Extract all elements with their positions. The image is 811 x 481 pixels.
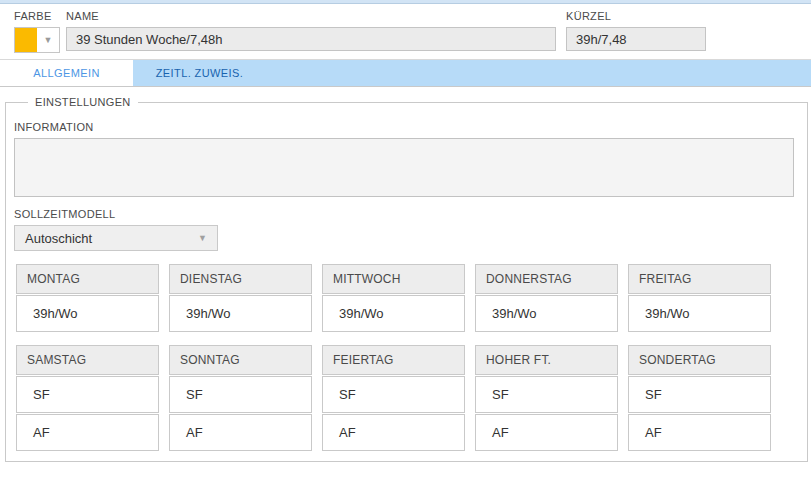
day-card-sf-value[interactable]: SF bbox=[169, 376, 312, 413]
day-card-sf-value[interactable]: SF bbox=[322, 376, 465, 413]
day-card-header: SONNTAG bbox=[169, 345, 312, 375]
day-card-value[interactable]: 39h/Wo bbox=[169, 295, 312, 332]
farbe-label: FARBE bbox=[14, 10, 60, 22]
day-card-sf-value[interactable]: SF bbox=[628, 376, 771, 413]
day-card-value[interactable]: 39h/Wo bbox=[628, 295, 771, 332]
day-card-header: SAMSTAG bbox=[16, 345, 159, 375]
header-row: FARBE ▼ NAME KÜRZEL bbox=[0, 4, 811, 59]
weekday-cards-row: MONTAG 39h/Wo DIENSTAG 39h/Wo MITTWOCH 3… bbox=[14, 264, 795, 332]
day-card-value[interactable]: 39h/Wo bbox=[16, 295, 159, 332]
day-card-sondertag: SONDERTAG SF AF bbox=[628, 345, 771, 451]
day-card-af-value[interactable]: AF bbox=[475, 414, 618, 451]
day-card-dienstag: DIENSTAG 39h/Wo bbox=[169, 264, 312, 332]
name-input[interactable] bbox=[66, 27, 556, 51]
day-card-header: FEIERTAG bbox=[322, 345, 465, 375]
chevron-down-icon: ▼ bbox=[198, 233, 207, 243]
day-card-af-value[interactable]: AF bbox=[322, 414, 465, 451]
day-card-montag: MONTAG 39h/Wo bbox=[16, 264, 159, 332]
day-card-header: SONDERTAG bbox=[628, 345, 771, 375]
day-card-sonntag: SONNTAG SF AF bbox=[169, 345, 312, 451]
day-card-header: DONNERSTAG bbox=[475, 264, 618, 294]
day-card-feiertag: FEIERTAG SF AF bbox=[322, 345, 465, 451]
einstellungen-legend: EINSTELLUNGEN bbox=[28, 96, 138, 108]
specialday-cards-row: SAMSTAG SF AF SONNTAG SF AF FEIERTAG SF … bbox=[14, 345, 795, 451]
kuerzel-input[interactable] bbox=[566, 27, 706, 51]
day-card-af-value[interactable]: AF bbox=[628, 414, 771, 451]
day-card-af-value[interactable]: AF bbox=[16, 414, 159, 451]
sollzeitmodell-label: SOLLZEITMODELL bbox=[14, 208, 795, 220]
day-card-mittwoch: MITTWOCH 39h/Wo bbox=[322, 264, 465, 332]
farbe-field: FARBE ▼ bbox=[14, 10, 60, 53]
day-card-af-value[interactable]: AF bbox=[169, 414, 312, 451]
day-card-freitag: FREITAG 39h/Wo bbox=[628, 264, 771, 332]
information-textarea[interactable] bbox=[14, 138, 794, 197]
day-card-header: FREITAG bbox=[628, 264, 771, 294]
day-card-sf-value[interactable]: SF bbox=[475, 376, 618, 413]
color-swatch bbox=[15, 28, 37, 52]
day-card-samstag: SAMSTAG SF AF bbox=[16, 345, 159, 451]
day-card-header: HOHER FT. bbox=[475, 345, 618, 375]
sollzeitmodell-value: Autoschicht bbox=[25, 231, 198, 246]
chevron-down-icon: ▼ bbox=[37, 28, 59, 52]
information-label: INFORMATION bbox=[14, 121, 795, 133]
sollzeitmodell-dropdown[interactable]: Autoschicht ▼ bbox=[14, 225, 218, 251]
kuerzel-label: KÜRZEL bbox=[566, 10, 706, 22]
day-card-donnerstag: DONNERSTAG 39h/Wo bbox=[475, 264, 618, 332]
einstellungen-fieldset: EINSTELLUNGEN INFORMATION SOLLZEITMODELL… bbox=[5, 96, 808, 462]
day-card-header: DIENSTAG bbox=[169, 264, 312, 294]
day-card-header: MONTAG bbox=[16, 264, 159, 294]
tab-bar: ALLGEMEIN ZEITL. ZUWEIS. bbox=[0, 59, 811, 87]
tab-zeitl-zuweis[interactable]: ZEITL. ZUWEIS. bbox=[133, 60, 266, 86]
name-field: NAME bbox=[66, 10, 556, 51]
color-picker[interactable]: ▼ bbox=[14, 27, 60, 53]
day-card-value[interactable]: 39h/Wo bbox=[322, 295, 465, 332]
day-card-sf-value[interactable]: SF bbox=[16, 376, 159, 413]
day-card-hoher-ft: HOHER FT. SF AF bbox=[475, 345, 618, 451]
name-label: NAME bbox=[66, 10, 556, 22]
tab-allgemein[interactable]: ALLGEMEIN bbox=[0, 60, 133, 86]
day-card-header: MITTWOCH bbox=[322, 264, 465, 294]
day-card-value[interactable]: 39h/Wo bbox=[475, 295, 618, 332]
kuerzel-field: KÜRZEL bbox=[566, 10, 706, 51]
